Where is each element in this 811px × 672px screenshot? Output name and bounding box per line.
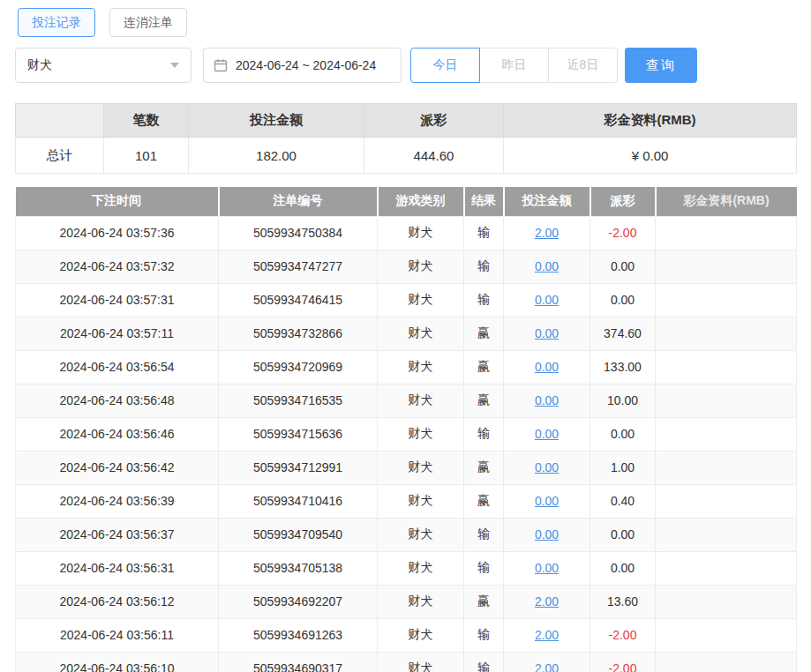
table-row: 2024-06-24 03:56:10 5059934690317 财犬 输 2…: [16, 652, 797, 672]
bonus-cell: [656, 283, 797, 317]
bet-time-cell: 2024-06-24 03:57:31: [16, 283, 219, 317]
result-cell: 输: [464, 283, 504, 317]
last-8-days-button[interactable]: 近8日: [548, 48, 618, 83]
bet-amount-link[interactable]: 0.00: [535, 527, 559, 541]
tabs-row: 投注记录 连消注单: [18, 8, 796, 37]
bet-amount-link[interactable]: 0.00: [535, 326, 559, 340]
game-type-cell: 财犬: [378, 317, 464, 350]
bet-amount-link[interactable]: 2.00: [535, 628, 559, 642]
date-range-input[interactable]: 2024-06-24 ~ 2024-06-24: [203, 48, 402, 83]
bet-amount-cell: 0.00: [504, 250, 590, 283]
game-type-cell: 财犬: [378, 551, 464, 585]
summary-total-count: 101: [104, 138, 189, 174]
bet-amount-cell: 0.00: [504, 283, 590, 317]
table-row: 2024-06-24 03:56:11 5059934691263 财犬 输 2…: [16, 618, 797, 652]
bet-amount-cell: 0.00: [504, 350, 590, 384]
table-row: 2024-06-24 03:57:31 5059934746415 财犬 输 0…: [16, 283, 797, 317]
table-row: 2024-06-24 03:56:48 5059934716535 财犬 赢 0…: [16, 384, 797, 417]
bet-amount-link[interactable]: 0.00: [535, 460, 559, 474]
game-type-cell: 财犬: [378, 384, 464, 417]
payout-cell: 1.00: [590, 451, 656, 484]
bonus-cell: [656, 585, 797, 618]
summary-header-blank: [16, 104, 104, 138]
yesterday-button[interactable]: 昨日: [479, 48, 549, 83]
summary-header-payout: 派彩: [364, 104, 504, 138]
col-header-bet-time: 下注时间: [16, 187, 219, 216]
bet-time-cell: 2024-06-24 03:56:54: [16, 350, 219, 384]
bet-amount-cell: 0.00: [504, 384, 590, 417]
payout-cell: -2.00: [590, 216, 656, 250]
result-cell: 输: [464, 250, 504, 283]
game-type-cell: 财犬: [378, 585, 464, 618]
bonus-cell: [656, 317, 797, 350]
bet-amount-link[interactable]: 2.00: [535, 226, 559, 240]
table-row: 2024-06-24 03:56:42 5059934712991 财犬 赢 0…: [16, 451, 797, 484]
col-header-payout: 派彩: [590, 187, 656, 216]
quick-date-button-group: 今日 昨日 近8日: [410, 48, 618, 83]
order-id-cell: 5059934720969: [219, 350, 378, 384]
result-cell: 赢: [464, 350, 504, 384]
bet-amount-cell: 0.00: [504, 484, 590, 518]
bet-amount-link[interactable]: 0.00: [535, 293, 559, 307]
bonus-cell: [656, 551, 797, 585]
bonus-cell: [656, 451, 797, 484]
order-id-cell: 5059934732866: [219, 317, 378, 350]
filter-row: 财犬 2024-06-24 ~ 2024-06-24 今日 昨日 近8日 查询: [15, 48, 796, 83]
bet-time-cell: 2024-06-24 03:57:36: [16, 216, 219, 250]
bet-amount-link[interactable]: 0.00: [535, 360, 559, 374]
bet-amount-cell: 0.00: [504, 451, 590, 484]
tab-cancelled-orders[interactable]: 连消注单: [109, 8, 187, 37]
table-row: 2024-06-24 03:56:54 5059934720969 财犬 赢 0…: [16, 350, 797, 384]
table-row: 2024-06-24 03:56:37 5059934709540 财犬 输 0…: [16, 518, 797, 551]
bet-amount-cell: 2.00: [504, 216, 590, 250]
bet-time-cell: 2024-06-24 03:57:11: [16, 317, 219, 350]
bet-table-body: 2024-06-24 03:57:36 5059934750384 财犬 输 2…: [16, 216, 797, 672]
game-type-cell: 财犬: [378, 216, 464, 250]
page: 投注记录 连消注单 财犬 2024-06-24 ~ 2024-06-24 今日 …: [0, 0, 811, 672]
bet-time-cell: 2024-06-24 03:56:10: [16, 652, 219, 672]
bet-table-header-row: 下注时间 注单编号 游戏类别 结果 投注金额 派彩 彩金资料(RMB): [16, 187, 797, 216]
game-select[interactable]: 财犬: [15, 48, 191, 83]
payout-cell: 13.60: [590, 585, 656, 618]
bet-amount-link[interactable]: 2.00: [535, 661, 559, 672]
bet-time-cell: 2024-06-24 03:56:37: [16, 518, 219, 551]
bet-amount-link[interactable]: 0.00: [535, 259, 559, 273]
result-cell: 赢: [464, 585, 504, 618]
table-row: 2024-06-24 03:56:31 5059934705138 财犬 输 0…: [16, 551, 797, 585]
col-header-order-id: 注单编号: [219, 187, 378, 216]
bet-time-cell: 2024-06-24 03:56:42: [16, 451, 219, 484]
bet-amount-link[interactable]: 0.00: [535, 494, 559, 508]
col-header-bonus: 彩金资料(RMB): [656, 187, 797, 216]
bet-time-cell: 2024-06-24 03:56:39: [16, 484, 219, 518]
game-type-cell: 财犬: [378, 618, 464, 652]
order-id-cell: 5059934746415: [219, 283, 378, 317]
bet-time-cell: 2024-06-24 03:57:32: [16, 250, 219, 283]
bet-amount-cell: 2.00: [504, 652, 590, 672]
today-button[interactable]: 今日: [410, 48, 480, 83]
bet-amount-cell: 0.00: [504, 317, 590, 350]
col-header-bet-amount: 投注金额: [504, 187, 590, 216]
bet-time-cell: 2024-06-24 03:56:11: [16, 618, 219, 652]
game-type-cell: 财犬: [378, 417, 464, 451]
result-cell: 赢: [464, 451, 504, 484]
tab-bet-records[interactable]: 投注记录: [18, 8, 95, 37]
bet-amount-link[interactable]: 0.00: [535, 427, 559, 441]
summary-header-bet-amount: 投注金额: [189, 104, 364, 138]
bonus-cell: [656, 384, 797, 417]
order-id-cell: 5059934716535: [219, 384, 378, 417]
bet-amount-link[interactable]: 0.00: [535, 393, 559, 407]
bet-amount-link[interactable]: 0.00: [535, 561, 559, 575]
summary-total-payout: 444.60: [364, 138, 504, 174]
bet-amount-cell: 0.00: [504, 518, 590, 551]
search-button[interactable]: 查询: [625, 48, 697, 83]
bonus-cell: [656, 417, 797, 451]
summary-total-row: 总计 101 182.00 444.60 ¥ 0.00: [16, 138, 797, 174]
payout-cell: 0.00: [590, 551, 656, 585]
result-cell: 赢: [464, 317, 504, 350]
bet-amount-cell: 2.00: [504, 585, 590, 618]
game-type-cell: 财犬: [378, 518, 464, 551]
result-cell: 输: [464, 216, 504, 250]
bet-amount-link[interactable]: 2.00: [535, 594, 559, 609]
bet-time-cell: 2024-06-24 03:56:12: [16, 585, 219, 618]
game-type-cell: 财犬: [378, 652, 464, 672]
